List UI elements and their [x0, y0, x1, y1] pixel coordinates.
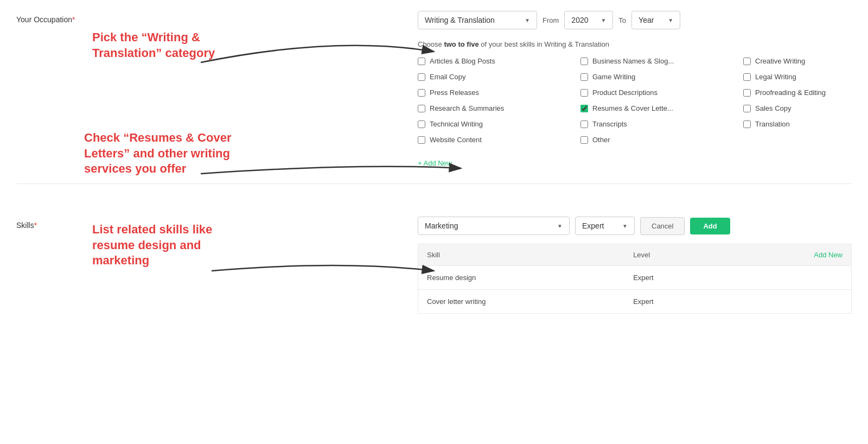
skills-table-header-row: Skill Level Add New	[418, 244, 852, 266]
checkbox-input-5[interactable]	[743, 73, 751, 81]
checkbox-label-10: Resumes & Cover Lette...	[592, 104, 673, 112]
checkbox-label-8: Proofreading & Editing	[755, 88, 826, 97]
skills-label-text: Skills	[16, 221, 34, 230]
checkbox-label-6: Press Releases	[430, 88, 479, 97]
skills-controls: Marketing ▼ Expert ▼ Cancel Add Skill Le…	[418, 217, 852, 314]
checkbox-label-16: Other	[592, 136, 610, 144]
cancel-button[interactable]: Cancel	[640, 217, 685, 235]
skill-dropdown[interactable]: Marketing ▼	[418, 217, 570, 235]
occupation-section: Your Occupation* Pick the “Writing & Tra…	[0, 0, 868, 178]
category-dropdown[interactable]: Writing & Translation ▼	[418, 11, 537, 29]
skill-cell-1: Cover letter writing	[418, 290, 625, 314]
checkbox-input-14[interactable]	[743, 120, 751, 128]
from-label: From	[542, 16, 559, 24]
section-divider	[16, 183, 852, 184]
checkbox-label-7: Product Descriptions	[592, 88, 658, 97]
checkbox-input-4[interactable]	[580, 73, 588, 81]
checkbox-input-12[interactable]	[418, 120, 425, 128]
checkbox-item[interactable]: Email Copy	[418, 73, 570, 81]
to-label: To	[618, 16, 626, 24]
table-row: Resume designExpert	[418, 266, 852, 290]
occupation-top-row: Writing & Translation ▼ From 2020 ▼ To Y…	[418, 11, 868, 29]
checkbox-item[interactable]: Business Names & Slog...	[580, 57, 732, 65]
col-skill: Skill	[418, 244, 625, 266]
level-dropdown-value: Expert	[582, 221, 604, 230]
skills-table: Skill Level Add New Resume designExpertC…	[418, 244, 852, 314]
checkbox-input-2[interactable]	[743, 58, 751, 65]
occupation-controls: Writing & Translation ▼ From 2020 ▼ To Y…	[418, 11, 868, 167]
checkbox-input-10[interactable]	[580, 105, 588, 112]
level-cell-1: Expert	[624, 290, 726, 314]
occupation-required: *	[72, 15, 75, 24]
checkbox-input-8[interactable]	[743, 89, 751, 97]
level-cell-0: Expert	[624, 266, 726, 290]
action-cell-0	[726, 266, 851, 290]
add-new-skill[interactable]: Add New	[726, 244, 851, 266]
from-year-dropdown[interactable]: 2020 ▼	[564, 11, 613, 29]
checkbox-item[interactable]: Product Descriptions	[580, 88, 732, 97]
checkbox-input-15[interactable]	[418, 136, 425, 144]
checkbox-input-7[interactable]	[580, 89, 588, 97]
skills-annotation-text: List related skills like resume design a…	[92, 222, 255, 269]
checkbox-input-13[interactable]	[580, 120, 588, 128]
checkbox-label-15: Website Content	[430, 136, 482, 144]
checkbox-item[interactable]: Translation	[743, 120, 868, 128]
checkbox-label-4: Game Writing	[592, 73, 635, 81]
skills-instruction: Choose two to five of your best skills i…	[418, 40, 868, 48]
checkbox-input-16[interactable]	[580, 136, 588, 144]
occupation-label: Your Occupation*	[16, 11, 103, 24]
category-dropdown-value: Writing & Translation	[425, 16, 495, 24]
checkbox-label-11: Sales Copy	[755, 104, 791, 112]
checkbox-item[interactable]: Other	[580, 136, 732, 144]
checkbox-item[interactable]: Sales Copy	[743, 104, 868, 112]
checkbox-item[interactable]: Transcripts	[580, 120, 732, 128]
checkbox-input-1[interactable]	[580, 58, 588, 65]
checkbox-input-3[interactable]	[418, 73, 425, 81]
checkbox-item[interactable]: Proofreading & Editing	[743, 88, 868, 97]
checkbox-label-2: Creative Writing	[755, 57, 805, 65]
action-cell-1	[726, 290, 851, 314]
skills-section: Skills* List related skills like resume …	[0, 206, 868, 325]
checkbox-item[interactable]: Creative Writing	[743, 57, 868, 65]
skill-cell-0: Resume design	[418, 266, 625, 290]
add-button[interactable]: Add	[690, 218, 730, 234]
skill-dropdown-arrow: ▼	[557, 223, 563, 229]
checkbox-label-5: Legal Writing	[755, 73, 796, 81]
checkbox-item[interactable]: Website Content	[418, 136, 570, 144]
to-year-value: Year	[639, 16, 654, 24]
occupation-label-text: Your Occupation	[16, 15, 72, 24]
check-resumes-annotation: Check “Resumes & Cover Letters” and othe…	[84, 130, 252, 177]
checkbox-label-13: Transcripts	[592, 120, 627, 128]
checkbox-label-1: Business Names & Slog...	[592, 57, 674, 65]
add-new-occupation[interactable]: + Add New	[418, 159, 452, 167]
checkbox-item[interactable]: Technical Writing	[418, 120, 570, 128]
checkbox-input-6[interactable]	[418, 89, 425, 97]
checkbox-item[interactable]: Game Writing	[580, 73, 732, 81]
skills-table-body: Resume designExpertCover letter writingE…	[418, 266, 852, 314]
page-wrapper: Your Occupation* Pick the “Writing & Tra…	[0, 0, 868, 444]
checkbox-label-0: Articles & Blog Posts	[430, 57, 495, 65]
checkbox-input-0[interactable]	[418, 58, 425, 65]
instruction-suffix: of your best skills in Writing & Transla…	[479, 40, 609, 48]
checkbox-item[interactable]: Legal Writing	[743, 73, 868, 81]
checkbox-item[interactable]: Research & Summaries	[418, 104, 570, 112]
checkbox-label-14: Translation	[755, 120, 790, 128]
checkbox-input-11[interactable]	[743, 105, 751, 112]
skills-annotation: List related skills like resume design a…	[92, 222, 255, 269]
checkbox-item[interactable]: Press Releases	[418, 88, 570, 97]
checkbox-label-3: Email Copy	[430, 73, 465, 81]
checkbox-label-9: Research & Summaries	[430, 104, 504, 112]
to-year-dropdown[interactable]: Year ▼	[631, 11, 680, 29]
skills-label: Skills*	[16, 217, 103, 230]
instruction-text: Choose	[418, 40, 444, 48]
checkbox-input-9[interactable]	[418, 105, 425, 112]
checkbox-item[interactable]: Articles & Blog Posts	[418, 57, 570, 65]
skills-table-head: Skill Level Add New	[418, 244, 852, 266]
pick-category-annotation: Pick the “Writing & Translation” categor…	[92, 30, 250, 61]
from-year-value: 2020	[571, 16, 588, 24]
from-year-arrow: ▼	[601, 17, 606, 23]
checkbox-label-12: Technical Writing	[430, 120, 483, 128]
checkbox-item[interactable]: Resumes & Cover Lette...	[580, 104, 732, 112]
table-row: Cover letter writingExpert	[418, 290, 852, 314]
level-dropdown[interactable]: Expert ▼	[575, 217, 635, 235]
